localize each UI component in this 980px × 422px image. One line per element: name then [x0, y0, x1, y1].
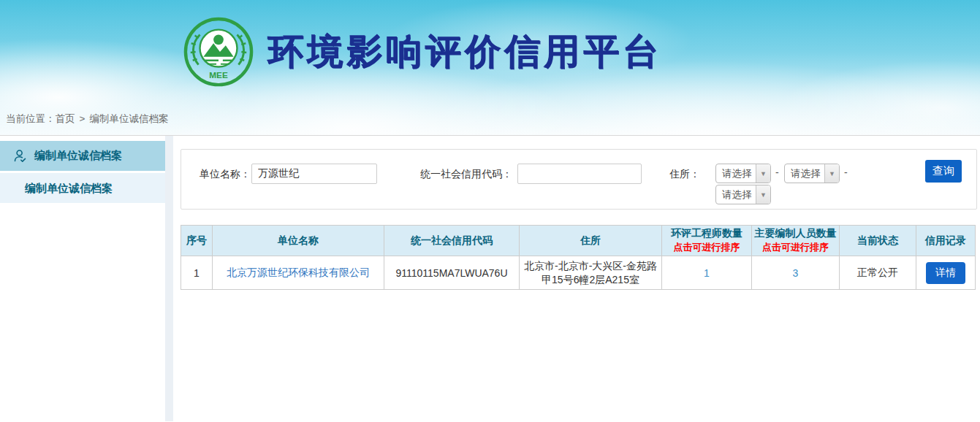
sidebar: 编制单位诚信档案 编制单位诚信档案 — [0, 136, 165, 421]
dropdown-arrow-icon: ▼ — [756, 164, 770, 183]
address-line-2: 甲15号6幢2层A215室 — [542, 274, 639, 285]
status-cell: 正常公开 — [840, 256, 916, 290]
province-select[interactable]: 请选择 ▼ — [715, 164, 771, 183]
address-label: 住所： — [664, 164, 700, 184]
search-panel: 单位名称： 统一社会信用代码： 住所： 请选择 ▼ - 请选择 ▼ - 请选择 … — [181, 149, 977, 210]
city-select[interactable]: 请选择 ▼ — [784, 164, 840, 183]
breadcrumb: 当前位置：首页>编制单位诚信档案 — [6, 112, 168, 126]
address-dash-2: - — [844, 166, 848, 178]
sidebar-item-credit-archive[interactable]: 编制单位诚信档案 — [0, 173, 165, 203]
credit-code-cell: 91110115MA7LWUA76U — [384, 256, 520, 290]
engineer-count-label: 环评工程师数量 — [671, 227, 742, 239]
address-dash-1: - — [775, 166, 779, 178]
city-select-value: 请选择 — [785, 164, 824, 183]
col-header-credit-code: 统一社会信用代码 — [384, 226, 520, 256]
table-row: 1 北京万源世纪环保科技有限公司 91110115MA7LWUA76U 北京市-… — [181, 256, 976, 290]
row-index-cell: 1 — [181, 256, 213, 290]
col-header-unit-name: 单位名称 — [213, 226, 384, 256]
engineer-sort-hint: 点击可进行排序 — [663, 241, 751, 254]
staff-sort-hint: 点击可进行排序 — [753, 241, 838, 254]
company-name-link[interactable]: 北京万源世纪环保科技有限公司 — [227, 266, 370, 278]
user-check-icon — [12, 148, 28, 164]
page-header: MEE 环境影响评价信用平台 当前位置：首页>编制单位诚信档案 — [0, 0, 980, 136]
unit-name-input[interactable] — [251, 164, 377, 184]
sidebar-section-label: 编制单位诚信档案 — [34, 149, 122, 163]
mee-logo-icon: MEE — [183, 16, 254, 88]
col-header-status: 当前状态 — [840, 226, 916, 256]
credit-code-input[interactable] — [517, 164, 642, 184]
col-header-credit-record: 信用记录 — [916, 226, 976, 256]
credit-code-label: 统一社会信用代码： — [414, 164, 512, 184]
query-button[interactable]: 查询 — [925, 160, 962, 183]
breadcrumb-prefix: 当前位置： — [6, 113, 56, 124]
engineer-count-link[interactable]: 1 — [704, 267, 710, 279]
dropdown-arrow-icon: ▼ — [756, 185, 770, 204]
address-cell: 北京市-北京市-大兴区-金苑路 甲15号6幢2层A215室 — [520, 256, 662, 290]
brand: MEE 环境影响评价信用平台 — [183, 16, 662, 88]
col-header-address: 住所 — [520, 226, 662, 256]
sidebar-divider — [165, 136, 173, 421]
col-header-index: 序号 — [181, 226, 213, 256]
col-header-staff-count-sort[interactable]: 主要编制人员数量 点击可进行排序 — [752, 226, 840, 256]
breadcrumb-home-link[interactable]: 首页 — [56, 113, 75, 124]
table-header-row: 序号 单位名称 统一社会信用代码 住所 环评工程师数量 点击可进行排序 主要编制… — [181, 226, 976, 256]
site-title: 环境影响评价信用平台 — [267, 28, 662, 76]
col-header-engineer-count-sort[interactable]: 环评工程师数量 点击可进行排序 — [662, 226, 752, 256]
unit-name-label: 单位名称： — [200, 164, 251, 184]
staff-count-label: 主要编制人员数量 — [755, 227, 837, 239]
staff-count-link[interactable]: 3 — [793, 267, 799, 279]
district-select[interactable]: 请选择 ▼ — [715, 185, 771, 204]
main-content: 单位名称： 统一社会信用代码： 住所： 请选择 ▼ - 请选择 ▼ - 请选择 … — [173, 136, 980, 421]
detail-button[interactable]: 详情 — [926, 262, 965, 284]
svg-text:MEE: MEE — [209, 70, 228, 80]
results-table: 序号 单位名称 统一社会信用代码 住所 环评工程师数量 点击可进行排序 主要编制… — [181, 225, 976, 290]
breadcrumb-separator: > — [80, 113, 86, 124]
sidebar-section-credit-archive[interactable]: 编制单位诚信档案 — [0, 141, 165, 171]
address-line-1: 北京市-北京市-大兴区-金苑路 — [524, 260, 657, 272]
province-select-value: 请选择 — [716, 164, 756, 183]
breadcrumb-current: 编制单位诚信档案 — [89, 113, 168, 124]
district-select-value: 请选择 — [716, 185, 756, 204]
dropdown-arrow-icon: ▼ — [824, 164, 839, 183]
